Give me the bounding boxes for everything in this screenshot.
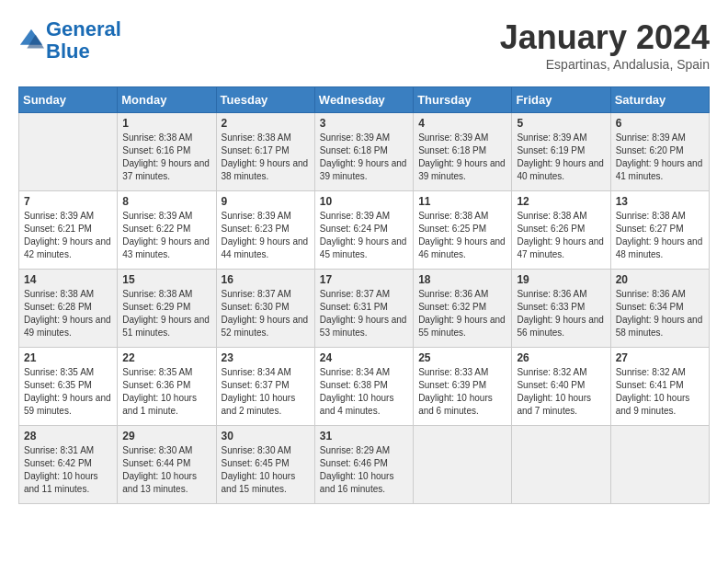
day-number: 25 — [418, 351, 506, 364]
sunset-text: Sunset: 6:42 PM — [24, 457, 112, 470]
day-number: 12 — [517, 195, 605, 208]
calendar-cell: 2 Sunrise: 8:38 AM Sunset: 6:17 PM Dayli… — [216, 113, 314, 191]
calendar-cell — [512, 426, 610, 504]
day-number: 8 — [122, 195, 210, 208]
day-number: 18 — [418, 273, 506, 286]
sunrise-text: Sunrise: 8:39 AM — [122, 210, 210, 223]
day-info: Sunrise: 8:37 AM Sunset: 6:31 PM Dayligh… — [320, 288, 408, 339]
calendar-cell — [610, 426, 709, 504]
sunrise-text: Sunrise: 8:33 AM — [418, 366, 506, 379]
calendar-cell: 20 Sunrise: 8:36 AM Sunset: 6:34 PM Dayl… — [610, 270, 709, 348]
calendar-cell: 10 Sunrise: 8:39 AM Sunset: 6:24 PM Dayl… — [314, 191, 413, 270]
daylight-text: Daylight: 9 hours and 51 minutes. — [122, 314, 210, 339]
calendar-cell: 15 Sunrise: 8:38 AM Sunset: 6:29 PM Dayl… — [118, 270, 216, 348]
daylight-text: Daylight: 9 hours and 37 minutes. — [122, 157, 210, 183]
calendar-cell: 29 Sunrise: 8:30 AM Sunset: 6:44 PM Dayl… — [118, 426, 216, 504]
daylight-text: Daylight: 10 hours and 15 minutes. — [222, 470, 310, 496]
daylight-text: Daylight: 10 hours and 2 minutes. — [222, 392, 310, 418]
sunset-text: Sunset: 6:24 PM — [320, 223, 408, 236]
day-info: Sunrise: 8:39 AM Sunset: 6:24 PM Dayligh… — [320, 210, 408, 261]
header-cell-monday: Monday — [118, 87, 216, 113]
header-cell-wednesday: Wednesday — [314, 87, 413, 113]
daylight-text: Daylight: 9 hours and 43 minutes. — [122, 236, 210, 261]
calendar-cell: 24 Sunrise: 8:34 AM Sunset: 6:38 PM Dayl… — [314, 348, 413, 426]
sunrise-text: Sunrise: 8:35 AM — [122, 366, 210, 379]
calendar-cell: 18 Sunrise: 8:36 AM Sunset: 6:32 PM Dayl… — [414, 270, 512, 348]
calendar-cell: 13 Sunrise: 8:38 AM Sunset: 6:27 PM Dayl… — [610, 191, 709, 270]
day-info: Sunrise: 8:39 AM Sunset: 6:23 PM Dayligh… — [222, 210, 310, 261]
sunset-text: Sunset: 6:36 PM — [122, 379, 210, 392]
day-info: Sunrise: 8:36 AM Sunset: 6:33 PM Dayligh… — [517, 288, 605, 339]
sunset-text: Sunset: 6:21 PM — [24, 223, 112, 236]
calendar-cell: 4 Sunrise: 8:39 AM Sunset: 6:18 PM Dayli… — [414, 113, 512, 191]
sunrise-text: Sunrise: 8:39 AM — [616, 132, 704, 144]
calendar-cell: 6 Sunrise: 8:39 AM Sunset: 6:20 PM Dayli… — [610, 113, 709, 191]
calendar-cell: 26 Sunrise: 8:32 AM Sunset: 6:40 PM Dayl… — [512, 348, 610, 426]
day-info: Sunrise: 8:34 AM Sunset: 6:38 PM Dayligh… — [320, 366, 408, 418]
sunrise-text: Sunrise: 8:36 AM — [517, 288, 605, 301]
day-info: Sunrise: 8:39 AM Sunset: 6:20 PM Dayligh… — [616, 132, 704, 183]
sunset-text: Sunset: 6:28 PM — [24, 301, 112, 314]
daylight-text: Daylight: 10 hours and 7 minutes. — [517, 392, 605, 418]
header-row: SundayMondayTuesdayWednesdayThursdayFrid… — [19, 87, 710, 113]
day-info: Sunrise: 8:29 AM Sunset: 6:46 PM Dayligh… — [320, 444, 408, 496]
sunrise-text: Sunrise: 8:38 AM — [122, 132, 210, 144]
sunrise-text: Sunrise: 8:32 AM — [517, 366, 605, 379]
sunset-text: Sunset: 6:23 PM — [222, 223, 310, 236]
daylight-text: Daylight: 9 hours and 53 minutes. — [320, 314, 408, 339]
sunset-text: Sunset: 6:39 PM — [418, 379, 506, 392]
sunset-text: Sunset: 6:20 PM — [616, 144, 704, 157]
daylight-text: Daylight: 9 hours and 55 minutes. — [418, 314, 506, 339]
day-number: 7 — [24, 195, 112, 208]
sunrise-text: Sunrise: 8:39 AM — [418, 132, 506, 144]
logo-text: General Blue — [46, 18, 121, 63]
calendar-cell: 7 Sunrise: 8:39 AM Sunset: 6:21 PM Dayli… — [19, 191, 118, 270]
daylight-text: Daylight: 9 hours and 52 minutes. — [222, 314, 310, 339]
sunset-text: Sunset: 6:46 PM — [320, 457, 408, 470]
title-block: January 2024 Espartinas, Andalusia, Spai… — [500, 18, 710, 72]
sunrise-text: Sunrise: 8:39 AM — [517, 132, 605, 144]
sunrise-text: Sunrise: 8:39 AM — [24, 210, 112, 223]
calendar-cell — [19, 113, 118, 191]
daylight-text: Daylight: 10 hours and 11 minutes. — [24, 470, 112, 496]
sunset-text: Sunset: 6:16 PM — [122, 144, 210, 157]
sunset-text: Sunset: 6:38 PM — [320, 379, 408, 392]
day-number: 23 — [222, 351, 310, 364]
calendar-cell: 21 Sunrise: 8:35 AM Sunset: 6:35 PM Dayl… — [19, 348, 118, 426]
daylight-text: Daylight: 9 hours and 59 minutes. — [24, 392, 112, 418]
calendar-cell: 9 Sunrise: 8:39 AM Sunset: 6:23 PM Dayli… — [216, 191, 314, 270]
sunset-text: Sunset: 6:18 PM — [418, 144, 506, 157]
day-info: Sunrise: 8:37 AM Sunset: 6:30 PM Dayligh… — [222, 288, 310, 339]
sunset-text: Sunset: 6:34 PM — [616, 301, 704, 314]
sunrise-text: Sunrise: 8:36 AM — [616, 288, 704, 301]
sunrise-text: Sunrise: 8:30 AM — [122, 444, 210, 457]
day-number: 27 — [616, 351, 704, 364]
day-number: 1 — [122, 117, 210, 130]
sunrise-text: Sunrise: 8:37 AM — [222, 288, 310, 301]
day-number: 21 — [24, 351, 112, 364]
day-info: Sunrise: 8:30 AM Sunset: 6:44 PM Dayligh… — [122, 444, 210, 496]
sunset-text: Sunset: 6:37 PM — [222, 379, 310, 392]
calendar-row: 14 Sunrise: 8:38 AM Sunset: 6:28 PM Dayl… — [19, 270, 710, 348]
daylight-text: Daylight: 10 hours and 1 minute. — [122, 392, 210, 418]
daylight-text: Daylight: 9 hours and 45 minutes. — [320, 236, 408, 261]
calendar-cell: 14 Sunrise: 8:38 AM Sunset: 6:28 PM Dayl… — [19, 270, 118, 348]
day-info: Sunrise: 8:34 AM Sunset: 6:37 PM Dayligh… — [222, 366, 310, 418]
calendar-cell: 22 Sunrise: 8:35 AM Sunset: 6:36 PM Dayl… — [118, 348, 216, 426]
sunset-text: Sunset: 6:27 PM — [616, 223, 704, 236]
sunset-text: Sunset: 6:29 PM — [122, 301, 210, 314]
day-number: 6 — [616, 117, 704, 130]
sunrise-text: Sunrise: 8:38 AM — [517, 210, 605, 223]
sunset-text: Sunset: 6:17 PM — [222, 144, 310, 157]
day-info: Sunrise: 8:39 AM Sunset: 6:18 PM Dayligh… — [418, 132, 506, 183]
sunrise-text: Sunrise: 8:32 AM — [616, 366, 704, 379]
header-cell-thursday: Thursday — [414, 87, 512, 113]
day-number: 17 — [320, 273, 408, 286]
sunset-text: Sunset: 6:44 PM — [122, 457, 210, 470]
calendar-cell: 19 Sunrise: 8:36 AM Sunset: 6:33 PM Dayl… — [512, 270, 610, 348]
day-number: 30 — [222, 430, 310, 442]
sunrise-text: Sunrise: 8:39 AM — [320, 210, 408, 223]
day-info: Sunrise: 8:35 AM Sunset: 6:35 PM Dayligh… — [24, 366, 112, 418]
sunset-text: Sunset: 6:35 PM — [24, 379, 112, 392]
sunrise-text: Sunrise: 8:34 AM — [320, 366, 408, 379]
